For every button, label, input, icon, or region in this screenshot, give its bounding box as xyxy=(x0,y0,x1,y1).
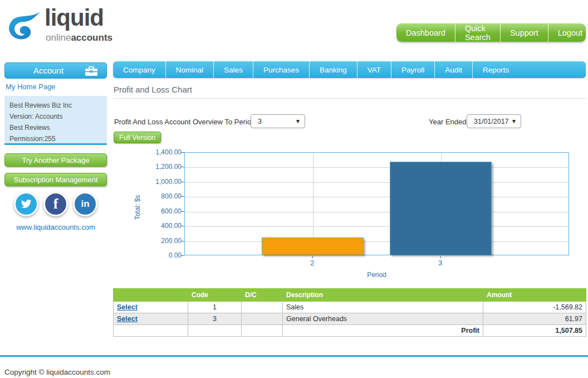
description-cell: General Overheads xyxy=(283,313,483,325)
profit-label-cell: Profit xyxy=(283,325,483,337)
y-tick-mark xyxy=(181,255,184,256)
y-tick-mark xyxy=(181,152,184,153)
y-tick-label: 1,400.00 xyxy=(137,148,182,156)
account-name: Best Reviews xyxy=(9,122,102,133)
profit-loss-chart: Total: $s Period 1,400.001,200.001,000.0… xyxy=(113,148,586,282)
social-icons: f in xyxy=(4,192,107,216)
period-select[interactable]: 3 ▼ xyxy=(251,114,305,128)
plot-area xyxy=(184,152,569,255)
empty-cell xyxy=(188,325,242,337)
page-title: Profit and Loss Chart xyxy=(114,85,192,94)
brand-sub-online: online xyxy=(46,32,71,43)
year-ended-label: Year Ended xyxy=(429,118,466,126)
dc-cell xyxy=(242,302,283,313)
logout-button[interactable]: Logout xyxy=(548,23,586,42)
nav-audit[interactable]: Audit xyxy=(435,61,473,78)
select-link-general-overheads[interactable]: Select xyxy=(117,315,138,323)
gridline xyxy=(185,197,569,197)
bar-period-2 xyxy=(262,238,364,255)
chevron-down-icon: ▼ xyxy=(295,118,301,124)
copyright-text: Copyright © liquidaccounts.com xyxy=(4,368,110,376)
y-tick-label: 600.00 xyxy=(137,207,182,215)
x-tick-mark xyxy=(440,256,441,258)
version-label: Version: Accounts xyxy=(9,111,102,122)
empty-cell xyxy=(242,325,283,337)
liquid-swoosh-icon xyxy=(4,10,43,42)
header-code: Code xyxy=(188,289,242,302)
main-navbar: Company Nominal Sales Purchases Banking … xyxy=(113,61,586,78)
account-panel-title: Account xyxy=(33,66,63,75)
code-cell: 3 xyxy=(188,313,242,325)
table-header-row: Code D/C Description Amount xyxy=(114,289,586,302)
profit-amount-cell: 1,507.85 xyxy=(483,325,586,337)
title-divider xyxy=(113,98,586,99)
header-dc: D/C xyxy=(242,289,283,302)
y-tick-label: 0.00 xyxy=(137,251,182,259)
quick-search-button[interactable]: Quick Search xyxy=(455,23,501,42)
try-another-package-button[interactable]: Try Another Package xyxy=(4,153,107,167)
support-button[interactable]: Support xyxy=(501,23,548,42)
subscription-management-button[interactable]: Subscription Management xyxy=(4,173,107,186)
gridline xyxy=(185,212,569,212)
amount-cell: 61.97 xyxy=(483,313,586,325)
y-tick-label: 1,000.00 xyxy=(137,178,182,186)
website-link[interactable]: www.liquidaccounts.com xyxy=(4,223,107,231)
y-tick-mark xyxy=(181,167,184,167)
table-row: Select 3 General Overheads 61.97 xyxy=(114,313,586,325)
footer-divider xyxy=(0,355,588,357)
account-panel-header[interactable]: Account xyxy=(4,62,107,79)
permission-label: Permission:255 xyxy=(9,133,102,144)
nav-payroll[interactable]: Payroll xyxy=(391,61,435,78)
y-tick-label: 800.00 xyxy=(137,192,182,200)
y-tick-label: 1,200.00 xyxy=(137,163,182,171)
page: liquid onlineaccounts Dashboard Quick Se… xyxy=(0,0,588,378)
profit-loss-table: Code D/C Description Amount Select 1 Sal… xyxy=(113,288,586,337)
nav-nominal[interactable]: Nominal xyxy=(166,61,214,78)
dashboard-button[interactable]: Dashboard xyxy=(396,23,455,42)
x-tick-mark xyxy=(312,256,313,258)
nav-sales[interactable]: Sales xyxy=(214,61,253,78)
header-select xyxy=(114,289,188,302)
select-link-sales[interactable]: Select xyxy=(117,303,138,311)
dc-cell xyxy=(242,313,283,325)
account-info-box: Best Reviews Biz Inc Version: Accounts B… xyxy=(4,96,107,145)
table-row: Select 1 Sales -1,569.82 xyxy=(114,302,586,313)
description-cell: Sales xyxy=(283,302,483,313)
y-tick-label: 400.00 xyxy=(137,222,182,230)
logo: liquid onlineaccounts xyxy=(4,3,116,55)
full-version-button[interactable]: Full Version xyxy=(114,132,161,143)
x-tick-label: 2 xyxy=(301,259,324,267)
y-tick-mark xyxy=(181,182,184,182)
nav-company[interactable]: Company xyxy=(113,61,166,78)
y-tick-mark xyxy=(181,211,184,212)
bar-period-3 xyxy=(390,162,492,255)
sidebar-item-my-home-page[interactable]: My Home Page xyxy=(6,83,56,91)
facebook-icon[interactable]: f xyxy=(43,192,68,216)
gridline xyxy=(185,226,569,227)
nav-vat[interactable]: VAT xyxy=(357,61,391,78)
nav-banking[interactable]: Banking xyxy=(310,61,357,78)
header-description: Description xyxy=(283,289,483,302)
x-tick-label: 3 xyxy=(429,259,452,267)
linkedin-icon[interactable]: in xyxy=(73,192,97,216)
twitter-icon[interactable] xyxy=(14,192,38,216)
brand-subtitle: onlineaccounts xyxy=(46,32,112,43)
code-cell: 1 xyxy=(188,302,242,313)
x-axis-title: Period xyxy=(184,271,569,279)
overview-period-label: Profit And Loss Account Overview To Peri… xyxy=(114,118,255,126)
year-ended-value: 31/01/2017 xyxy=(474,118,509,125)
nav-reports[interactable]: Reports xyxy=(473,61,519,78)
empty-cell xyxy=(114,325,188,337)
year-ended-select[interactable]: 31/01/2017 ▼ xyxy=(467,114,521,128)
y-tick-mark xyxy=(181,241,184,241)
amount-cell: -1,569.82 xyxy=(483,302,586,313)
top-button-bar: Dashboard Quick Search Support Logout xyxy=(396,23,586,42)
gridline xyxy=(185,167,569,168)
chevron-down-icon: ▼ xyxy=(511,118,517,124)
y-tick-mark xyxy=(181,196,184,197)
nav-purchases[interactable]: Purchases xyxy=(253,61,310,78)
briefcase-icon xyxy=(85,66,97,76)
y-tick-label: 200.00 xyxy=(137,237,182,245)
gridline xyxy=(185,241,569,242)
brand-word: liquid xyxy=(45,4,104,31)
